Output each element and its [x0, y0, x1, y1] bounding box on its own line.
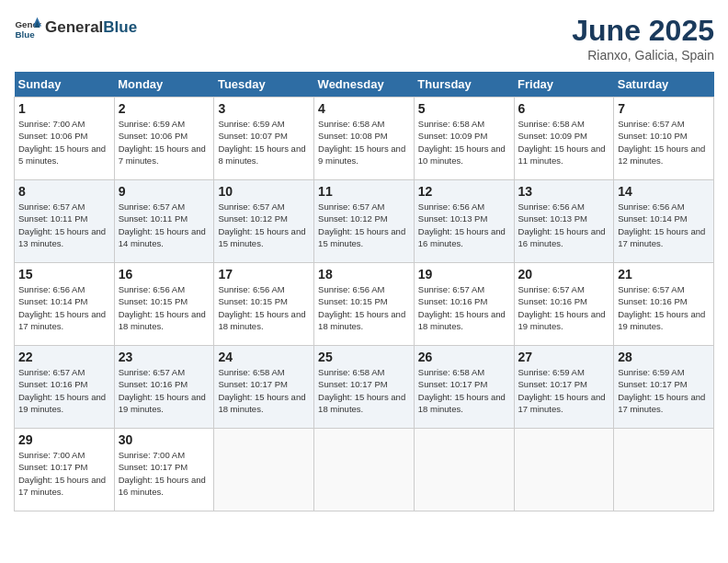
- day-number: 19: [418, 267, 510, 282]
- day-detail: Sunrise: 6:57 AMSunset: 10:16 PMDaylight…: [418, 283, 510, 332]
- week-row-2: 8Sunrise: 6:57 AMSunset: 10:11 PMDayligh…: [15, 180, 714, 263]
- day-number: 16: [119, 267, 210, 282]
- day-detail: Sunrise: 6:57 AMSunset: 10:11 PMDaylight…: [18, 201, 110, 249]
- location-subtitle: Rianxo, Galicia, Spain: [572, 48, 714, 63]
- day-detail: Sunrise: 6:56 AMSunset: 10:15 PMDaylight…: [119, 283, 210, 332]
- day-number: 6: [518, 101, 610, 116]
- weekday-header-thursday: Thursday: [414, 72, 514, 98]
- day-number: 18: [318, 267, 410, 282]
- calendar-table: SundayMondayTuesdayWednesdayThursdayFrid…: [14, 72, 714, 511]
- day-number: 4: [318, 101, 410, 116]
- day-cell-27: 27Sunrise: 6:59 AMSunset: 10:17 PMDaylig…: [514, 346, 614, 429]
- day-detail: Sunrise: 6:58 AMSunset: 10:09 PMDaylight…: [518, 118, 610, 167]
- day-number: 22: [18, 350, 110, 364]
- day-cell-28: 28Sunrise: 6:59 AMSunset: 10:17 PMDaylig…: [614, 346, 714, 429]
- day-number: 13: [518, 184, 610, 199]
- day-number: 3: [218, 101, 310, 116]
- day-detail: Sunrise: 6:57 AMSunset: 10:11 PMDaylight…: [119, 201, 210, 249]
- day-number: 30: [119, 432, 210, 447]
- weekday-header-friday: Friday: [514, 72, 614, 98]
- day-cell-20: 20Sunrise: 6:57 AMSunset: 10:16 PMDaylig…: [514, 263, 614, 346]
- day-number: 15: [18, 267, 110, 282]
- day-cell-19: 19Sunrise: 6:57 AMSunset: 10:16 PMDaylig…: [414, 263, 514, 346]
- day-detail: Sunrise: 6:58 AMSunset: 10:17 PMDaylight…: [318, 366, 410, 415]
- day-number: 14: [618, 184, 710, 199]
- day-cell-21: 21Sunrise: 6:57 AMSunset: 10:16 PMDaylig…: [614, 263, 714, 346]
- day-cell-10: 10Sunrise: 6:57 AMSunset: 10:12 PMDaylig…: [214, 180, 314, 263]
- empty-cell: [414, 429, 514, 511]
- week-row-3: 15Sunrise: 6:56 AMSunset: 10:14 PMDaylig…: [15, 263, 714, 346]
- day-cell-11: 11Sunrise: 6:57 AMSunset: 10:12 PMDaylig…: [314, 180, 415, 263]
- day-detail: Sunrise: 6:57 AMSunset: 10:10 PMDaylight…: [618, 118, 710, 167]
- day-cell-24: 24Sunrise: 6:58 AMSunset: 10:17 PMDaylig…: [214, 346, 314, 429]
- day-number: 5: [418, 101, 510, 116]
- title-area: June 2025 Rianxo, Galicia, Spain: [572, 14, 714, 63]
- logo: General Blue GeneralBlue: [14, 14, 137, 41]
- day-detail: Sunrise: 6:59 AMSunset: 10:17 PMDaylight…: [518, 366, 610, 415]
- day-cell-26: 26Sunrise: 6:58 AMSunset: 10:17 PMDaylig…: [414, 346, 514, 429]
- day-number: 11: [318, 184, 410, 199]
- day-detail: Sunrise: 7:00 AMSunset: 10:17 PMDaylight…: [18, 449, 110, 498]
- weekday-header-saturday: Saturday: [614, 72, 714, 98]
- day-cell-8: 8Sunrise: 6:57 AMSunset: 10:11 PMDayligh…: [15, 180, 115, 263]
- day-cell-13: 13Sunrise: 6:56 AMSunset: 10:13 PMDaylig…: [514, 180, 614, 263]
- day-detail: Sunrise: 7:00 AMSunset: 10:17 PMDaylight…: [119, 449, 210, 498]
- logo-icon: General Blue: [14, 14, 41, 41]
- day-detail: Sunrise: 6:56 AMSunset: 10:13 PMDaylight…: [518, 201, 610, 249]
- day-number: 12: [418, 184, 510, 199]
- day-detail: Sunrise: 6:57 AMSunset: 10:16 PMDaylight…: [618, 283, 710, 332]
- day-detail: Sunrise: 6:59 AMSunset: 10:07 PMDaylight…: [218, 118, 310, 167]
- week-row-1: 1Sunrise: 7:00 AMSunset: 10:06 PMDayligh…: [15, 98, 714, 180]
- day-cell-23: 23Sunrise: 6:57 AMSunset: 10:16 PMDaylig…: [114, 346, 214, 429]
- day-cell-7: 7Sunrise: 6:57 AMSunset: 10:10 PMDayligh…: [614, 98, 714, 180]
- day-cell-30: 30Sunrise: 7:00 AMSunset: 10:17 PMDaylig…: [114, 429, 214, 511]
- day-detail: Sunrise: 6:56 AMSunset: 10:13 PMDaylight…: [418, 201, 510, 249]
- day-number: 29: [18, 432, 110, 447]
- day-cell-4: 4Sunrise: 6:58 AMSunset: 10:08 PMDayligh…: [314, 98, 415, 180]
- day-cell-22: 22Sunrise: 6:57 AMSunset: 10:16 PMDaylig…: [15, 346, 115, 429]
- day-detail: Sunrise: 6:57 AMSunset: 10:12 PMDaylight…: [318, 201, 410, 249]
- day-detail: Sunrise: 6:58 AMSunset: 10:17 PMDaylight…: [218, 366, 310, 415]
- empty-cell: [614, 429, 714, 511]
- day-detail: Sunrise: 6:58 AMSunset: 10:17 PMDaylight…: [418, 366, 510, 415]
- day-number: 25: [318, 350, 410, 364]
- weekday-header-monday: Monday: [114, 72, 214, 98]
- day-cell-2: 2Sunrise: 6:59 AMSunset: 10:06 PMDayligh…: [114, 98, 214, 180]
- day-number: 20: [518, 267, 610, 282]
- day-number: 24: [218, 350, 310, 364]
- day-cell-16: 16Sunrise: 6:56 AMSunset: 10:15 PMDaylig…: [114, 263, 214, 346]
- day-cell-3: 3Sunrise: 6:59 AMSunset: 10:07 PMDayligh…: [214, 98, 314, 180]
- empty-cell: [214, 429, 314, 511]
- day-cell-5: 5Sunrise: 6:58 AMSunset: 10:09 PMDayligh…: [414, 98, 514, 180]
- weekday-header-sunday: Sunday: [15, 72, 115, 98]
- empty-cell: [514, 429, 614, 511]
- day-cell-18: 18Sunrise: 6:56 AMSunset: 10:15 PMDaylig…: [314, 263, 415, 346]
- day-number: 28: [618, 350, 710, 364]
- day-number: 17: [218, 267, 310, 282]
- day-number: 10: [218, 184, 310, 199]
- day-number: 7: [618, 101, 710, 116]
- day-number: 26: [418, 350, 510, 364]
- weekday-header-row: SundayMondayTuesdayWednesdayThursdayFrid…: [15, 72, 714, 98]
- month-title: June 2025: [572, 14, 714, 48]
- day-number: 8: [18, 184, 110, 199]
- day-detail: Sunrise: 6:57 AMSunset: 10:12 PMDaylight…: [218, 201, 310, 249]
- day-detail: Sunrise: 6:56 AMSunset: 10:15 PMDaylight…: [218, 283, 310, 332]
- day-detail: Sunrise: 6:58 AMSunset: 10:09 PMDaylight…: [418, 118, 510, 167]
- day-cell-12: 12Sunrise: 6:56 AMSunset: 10:13 PMDaylig…: [414, 180, 514, 263]
- day-cell-29: 29Sunrise: 7:00 AMSunset: 10:17 PMDaylig…: [15, 429, 115, 511]
- weekday-header-wednesday: Wednesday: [314, 72, 415, 98]
- day-number: 21: [618, 267, 710, 282]
- day-detail: Sunrise: 6:56 AMSunset: 10:15 PMDaylight…: [318, 283, 410, 332]
- svg-text:Blue: Blue: [16, 29, 36, 40]
- day-cell-1: 1Sunrise: 7:00 AMSunset: 10:06 PMDayligh…: [15, 98, 115, 180]
- day-number: 23: [119, 350, 210, 364]
- week-row-5: 29Sunrise: 7:00 AMSunset: 10:17 PMDaylig…: [15, 429, 714, 511]
- day-cell-25: 25Sunrise: 6:58 AMSunset: 10:17 PMDaylig…: [314, 346, 415, 429]
- day-cell-17: 17Sunrise: 6:56 AMSunset: 10:15 PMDaylig…: [214, 263, 314, 346]
- day-number: 9: [119, 184, 210, 199]
- page-header: General Blue GeneralBlue June 2025 Rianx…: [14, 14, 714, 63]
- day-detail: Sunrise: 6:56 AMSunset: 10:14 PMDaylight…: [618, 201, 710, 249]
- day-number: 1: [18, 101, 110, 116]
- day-cell-15: 15Sunrise: 6:56 AMSunset: 10:14 PMDaylig…: [15, 263, 115, 346]
